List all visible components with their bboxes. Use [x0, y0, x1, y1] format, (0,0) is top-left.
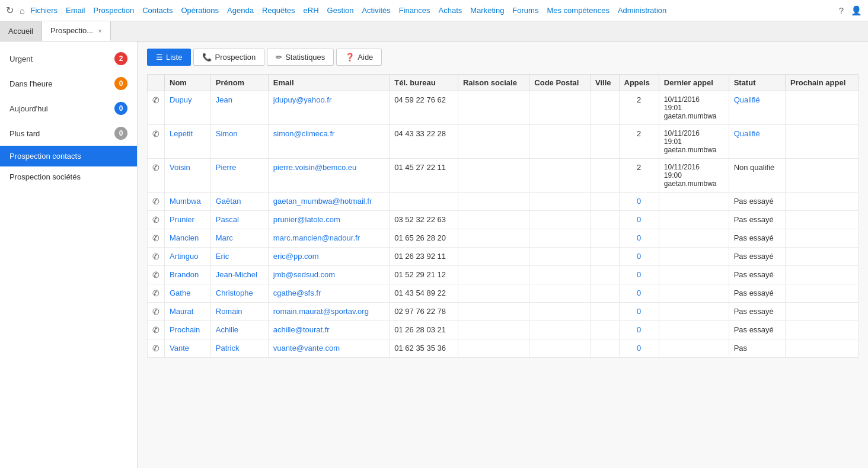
nav-link-email[interactable]: Email	[66, 6, 85, 15]
col-ville[interactable]: Ville	[591, 75, 620, 91]
nom-link[interactable]: Prochain	[170, 325, 200, 334]
sidebar-item-plus-tard[interactable]: Plus tard0	[0, 121, 137, 146]
email-value[interactable]: pierre.voisin@bemco.eu	[273, 163, 356, 172]
row-nom[interactable]: Mancien	[165, 229, 211, 248]
row-phone-icon[interactable]: ✆	[148, 211, 165, 229]
row-email[interactable]: marc.mancien@nadour.fr	[268, 229, 389, 248]
table-row[interactable]: ✆MancienMarcmarc.mancien@nadour.fr01 65 …	[148, 229, 859, 248]
table-row[interactable]: ✆VantePatrickvuante@vante.com01 62 35 35…	[148, 339, 859, 358]
nav-link-mes-competences[interactable]: Mes compétences	[547, 6, 609, 15]
nom-link[interactable]: Mumbwa	[170, 197, 201, 206]
row-email[interactable]: jmb@sedsud.com	[268, 266, 389, 284]
row-nom[interactable]: Dupuy	[165, 91, 211, 125]
nav-link-administration[interactable]: Administration	[618, 6, 666, 15]
row-email[interactable]: jdupuy@yahoo.fr	[268, 91, 389, 125]
nom-link[interactable]: Voisin	[170, 163, 190, 172]
row-nom[interactable]: Artinguo	[165, 248, 211, 266]
nom-link[interactable]: Lepetit	[170, 129, 193, 138]
sidebar-item-aujourd'hui[interactable]: Aujourd'hui0	[0, 96, 137, 121]
table-row[interactable]: ✆PrunierPascalprunier@latole.com03 52 32…	[148, 211, 859, 229]
col-cp[interactable]: Code Postal	[529, 75, 591, 91]
nom-link[interactable]: Prunier	[170, 215, 194, 224]
row-nom[interactable]: Voisin	[165, 159, 211, 193]
nav-link-fichiers[interactable]: Fichiers	[30, 6, 58, 15]
help-icon[interactable]: ?	[839, 5, 844, 15]
row-email[interactable]: vuante@vante.com	[268, 339, 389, 358]
home-icon[interactable]: ⌂	[20, 6, 24, 15]
col-prochain[interactable]: Prochain appel	[786, 75, 859, 91]
nav-link-contacts[interactable]: Contacts	[142, 6, 173, 15]
row-nom[interactable]: Prunier	[165, 211, 211, 229]
nav-link-marketing[interactable]: Marketing	[470, 6, 504, 15]
action-tab-prospection[interactable]: 📞Prospection	[193, 49, 264, 66]
row-email[interactable]: cgathe@sfs.fr	[268, 284, 389, 303]
row-nom[interactable]: Vante	[165, 339, 211, 358]
nav-link-operations[interactable]: Opérations	[181, 6, 219, 15]
nav-link-gestion[interactable]: Gestion	[327, 6, 354, 15]
row-nom[interactable]: Lepetit	[165, 125, 211, 159]
sidebar-item-prospection-sociétés[interactable]: Prospection sociétés	[0, 166, 137, 187]
nom-link[interactable]: Artinguo	[170, 252, 198, 261]
email-value[interactable]: romain.maurat@sportav.org	[273, 307, 369, 316]
row-nom[interactable]: Brandon	[165, 266, 211, 284]
table-row[interactable]: ✆MumbwaGaëtangaetan_mumbwa@hotmail.fr0Pa…	[148, 193, 859, 211]
table-row[interactable]: ✆ArtinguoEriceric@pp.com01 26 23 92 110P…	[148, 248, 859, 266]
row-email[interactable]: gaetan_mumbwa@hotmail.fr	[268, 193, 389, 211]
email-value[interactable]: prunier@latole.com	[273, 215, 340, 224]
email-value[interactable]: cgathe@sfs.fr	[273, 289, 321, 297]
row-email[interactable]: pierre.voisin@bemco.eu	[268, 159, 389, 193]
col-tel[interactable]: Tél. bureau	[390, 75, 458, 91]
row-email[interactable]: achille@tourat.fr	[268, 321, 389, 339]
user-icon[interactable]: 👤	[851, 5, 862, 16]
row-phone-icon[interactable]: ✆	[148, 125, 165, 159]
row-phone-icon[interactable]: ✆	[148, 159, 165, 193]
email-value[interactable]: eric@pp.com	[273, 252, 319, 261]
nav-link-requetes[interactable]: Requêtes	[262, 6, 295, 15]
row-phone-icon[interactable]: ✆	[148, 91, 165, 125]
row-phone-icon[interactable]: ✆	[148, 266, 165, 284]
table-row[interactable]: ✆LepetitSimonsimon@climeca.fr04 43 33 22…	[148, 125, 859, 159]
col-dernier[interactable]: Dernier appel	[659, 75, 729, 91]
action-tab-statistiques[interactable]: ✏Statistiques	[267, 49, 334, 66]
history-icon[interactable]: ↻	[6, 5, 14, 16]
nom-link[interactable]: Mancien	[170, 233, 199, 242]
nom-link[interactable]: Dupuy	[170, 95, 192, 104]
email-value[interactable]: jdupuy@yahoo.fr	[273, 95, 331, 104]
email-value[interactable]: simon@climeca.fr	[273, 129, 335, 138]
table-row[interactable]: ✆VoisinPierrepierre.voisin@bemco.eu01 45…	[148, 159, 859, 193]
nav-link-achats[interactable]: Achats	[439, 6, 462, 15]
nav-link-erh[interactable]: eRH	[304, 6, 319, 15]
col-nom[interactable]: Nom	[165, 75, 211, 91]
row-nom[interactable]: Prochain	[165, 321, 211, 339]
row-phone-icon[interactable]: ✆	[148, 284, 165, 303]
nav-link-forums[interactable]: Forums	[512, 6, 538, 15]
tab-close-icon[interactable]: ×	[98, 27, 101, 34]
col-prenom[interactable]: Prénom	[210, 75, 268, 91]
email-value[interactable]: vuante@vante.com	[273, 344, 340, 352]
nom-link[interactable]: Maurat	[170, 307, 193, 316]
row-phone-icon[interactable]: ✆	[148, 193, 165, 211]
nav-link-agenda[interactable]: Agenda	[227, 6, 254, 15]
row-phone-icon[interactable]: ✆	[148, 339, 165, 358]
nom-link[interactable]: Vante	[170, 344, 189, 352]
row-email[interactable]: prunier@latole.com	[268, 211, 389, 229]
row-phone-icon[interactable]: ✆	[148, 229, 165, 248]
sidebar-item-urgent[interactable]: Urgent2	[0, 46, 137, 71]
sidebar-item-prospection-contacts[interactable]: Prospection contacts	[0, 146, 137, 166]
row-nom[interactable]: Mumbwa	[165, 193, 211, 211]
email-value[interactable]: jmb@sedsud.com	[273, 270, 335, 279]
col-email[interactable]: Email	[268, 75, 389, 91]
action-tab-aide[interactable]: ❓Aide	[336, 49, 382, 66]
col-raison[interactable]: Raison sociale	[458, 75, 529, 91]
table-row[interactable]: ✆ProchainAchilleachille@tourat.fr01 26 2…	[148, 321, 859, 339]
email-value[interactable]: achille@tourat.fr	[273, 325, 330, 334]
table-container[interactable]: Nom Prénom Email Tél. bureau Raison soci…	[147, 74, 859, 358]
nom-link[interactable]: Gathe	[170, 289, 190, 297]
sidebar-item-dans-l'heure[interactable]: Dans l'heure0	[0, 71, 137, 96]
tab-accueil[interactable]: Accueil	[0, 21, 42, 41]
nav-link-finances[interactable]: Finances	[399, 6, 430, 15]
table-row[interactable]: ✆GatheChristophecgathe@sfs.fr01 43 54 89…	[148, 284, 859, 303]
email-value[interactable]: marc.mancien@nadour.fr	[273, 233, 360, 242]
col-appels[interactable]: Appels	[619, 75, 659, 91]
row-phone-icon[interactable]: ✆	[148, 303, 165, 321]
